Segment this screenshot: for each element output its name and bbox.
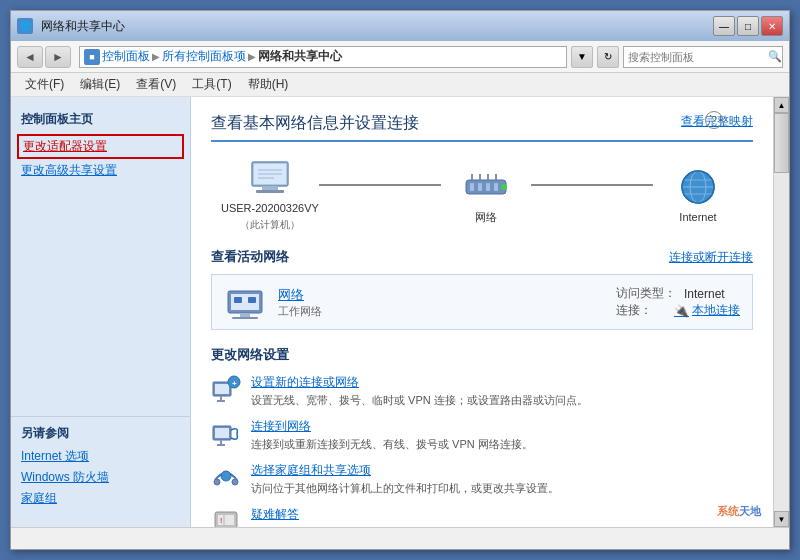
maximize-button[interactable]: □ <box>737 16 759 36</box>
nav-buttons: ◄ ► <box>17 46 71 68</box>
breadcrumb-icon: ■ <box>84 49 100 65</box>
node-computer-sublabel: （此计算机） <box>240 218 300 232</box>
globe-icon <box>674 167 722 207</box>
settings-item-title-4[interactable]: 疑难解答 <box>251 506 299 523</box>
svg-rect-33 <box>217 400 225 402</box>
help-icon[interactable]: ? <box>705 111 723 129</box>
network-icon <box>460 166 512 206</box>
content-title: 查看基本网络信息并设置连接 <box>211 113 753 142</box>
svg-text:!: ! <box>220 517 222 524</box>
net-node-network: 网络 <box>441 166 531 225</box>
settings-item-title-3[interactable]: 选择家庭组和共享选项 <box>251 462 559 479</box>
scroll-up-button[interactable]: ▲ <box>774 97 789 113</box>
svg-rect-31 <box>215 384 229 394</box>
svg-rect-10 <box>486 183 490 191</box>
breadcrumb-bar: ■ 控制面板 ▶ 所有控制面板项 ▶ 网络和共享中心 <box>79 46 567 68</box>
sidebar-also-firewall[interactable]: Windows 防火墙 <box>21 467 180 488</box>
node-internet-label: Internet <box>679 211 716 223</box>
search-box: 🔍 <box>623 46 783 68</box>
network-name-link[interactable]: 网络 <box>278 286 604 304</box>
svg-point-42 <box>232 479 238 485</box>
title-controls: — □ ✕ <box>713 16 783 36</box>
computer-icon <box>244 158 296 198</box>
breadcrumb-item-2[interactable]: 所有控制面板项 <box>162 48 246 65</box>
search-icon[interactable]: 🔍 <box>768 50 782 63</box>
breadcrumb-item-1[interactable]: 控制面板 <box>102 48 150 65</box>
settings-section-title: 更改网络设置 <box>211 346 753 364</box>
settings-item-3: 选择家庭组和共享选项 访问位于其他网络计算机上的文件和打印机，或更改共享设置。 <box>211 462 753 496</box>
connector-2 <box>531 184 653 186</box>
access-type-value: Internet <box>684 287 725 301</box>
menu-bar: 文件(F) 编辑(E) 查看(V) 工具(T) 帮助(H) <box>11 73 789 97</box>
sidebar-also-homegroup[interactable]: 家庭组 <box>21 488 180 509</box>
settings-item-title-2[interactable]: 连接到网络 <box>251 418 533 435</box>
status-bar <box>11 527 789 549</box>
breadcrumb-item-3: 网络和共享中心 <box>258 48 342 65</box>
svg-rect-11 <box>494 183 498 191</box>
network-diagram: USER-20200326VY （此计算机） <box>211 158 753 232</box>
scroll-thumb[interactable] <box>774 113 789 173</box>
svg-rect-2 <box>262 186 278 190</box>
breadcrumb-sep-1: ▶ <box>152 51 160 62</box>
sidebar-link-adapter[interactable]: 更改适配器设置 <box>17 134 184 159</box>
window-title: 网络和共享中心 <box>41 18 125 35</box>
svg-rect-39 <box>217 444 225 446</box>
sidebar-link-sharing[interactable]: 更改高级共享设置 <box>11 159 190 182</box>
svg-point-41 <box>214 479 220 485</box>
settings-icon-1: + <box>211 374 241 402</box>
settings-item-content-4: 疑难解答 <box>251 506 299 523</box>
net-node-computer: USER-20200326VY （此计算机） <box>221 158 319 232</box>
main-window: 🌐 网络和共享中心 — □ ✕ ◄ ► ■ 控制面板 ▶ 所有控制面板项 ▶ 网… <box>10 10 790 550</box>
svg-point-12 <box>501 184 507 190</box>
scroll-down-button[interactable]: ▼ <box>774 511 789 527</box>
menu-help[interactable]: 帮助(H) <box>240 74 297 95</box>
svg-rect-26 <box>248 297 256 303</box>
address-dropdown-button[interactable]: ▼ <box>571 46 593 68</box>
settings-item-content-1: 设置新的连接或网络 设置无线、宽带、拨号、临时或 VPN 连接；或设置路由器或访… <box>251 374 588 408</box>
settings-icon-3 <box>211 462 241 490</box>
sidebar-spacer <box>11 182 190 416</box>
breadcrumb-sep-2: ▶ <box>248 51 256 62</box>
active-network-box: 网络 工作网络 访问类型： Internet 连接： 🔌 本地连接 <box>211 274 753 330</box>
connector-1 <box>319 184 441 186</box>
search-input[interactable] <box>628 51 766 63</box>
menu-view[interactable]: 查看(V) <box>128 74 184 95</box>
access-type-label: 访问类型： <box>616 285 676 302</box>
back-button[interactable]: ◄ <box>17 46 43 68</box>
title-bar-left: 🌐 网络和共享中心 <box>17 18 125 35</box>
settings-item-title-1[interactable]: 设置新的连接或网络 <box>251 374 588 391</box>
sidebar-also-title: 另请参阅 <box>21 425 180 442</box>
disconnect-link[interactable]: 连接或断开连接 <box>669 249 753 266</box>
title-icon: 🌐 <box>17 18 33 34</box>
active-networks-title: 查看活动网络 <box>211 248 289 266</box>
minimize-button[interactable]: — <box>713 16 735 36</box>
forward-button[interactable]: ► <box>45 46 71 68</box>
title-bar: 🌐 网络和共享中心 — □ ✕ <box>11 11 789 41</box>
node-network-label: 网络 <box>475 210 497 225</box>
sidebar-section-title: 控制面板主页 <box>11 107 190 134</box>
sidebar-also-section: 另请参阅 Internet 选项 Windows 防火墙 家庭组 <box>11 416 190 517</box>
network-info: 网络 工作网络 <box>278 286 604 319</box>
settings-item-2: 连接到网络 连接到或重新连接到无线、有线、拨号或 VPN 网络连接。 <box>211 418 753 452</box>
connection-value-link[interactable]: 🔌 本地连接 <box>674 302 740 319</box>
settings-item-4: ! 疑难解答 <box>211 506 753 527</box>
menu-file[interactable]: 文件(F) <box>17 74 72 95</box>
svg-rect-3 <box>256 190 284 193</box>
svg-rect-29 <box>232 317 258 319</box>
settings-item-content-3: 选择家庭组和共享选项 访问位于其他网络计算机上的文件和打印机，或更改共享设置。 <box>251 462 559 496</box>
network-props: 访问类型： Internet 连接： 🔌 本地连接 <box>616 285 740 319</box>
connection-row: 连接： 🔌 本地连接 <box>616 302 740 319</box>
svg-text:+: + <box>232 379 237 388</box>
menu-edit[interactable]: 编辑(E) <box>72 74 128 95</box>
svg-rect-28 <box>240 313 250 317</box>
scroll-track <box>774 113 789 511</box>
menu-tools[interactable]: 工具(T) <box>184 74 239 95</box>
content-area: 查看基本网络信息并设置连接 查看完整映射 <box>191 97 773 527</box>
connection-label: 连接： <box>616 302 666 319</box>
sidebar: 控制面板主页 更改适配器设置 更改高级共享设置 另请参阅 Internet 选项… <box>11 97 191 527</box>
sidebar-also-internet[interactable]: Internet 选项 <box>21 446 180 467</box>
close-button[interactable]: ✕ <box>761 16 783 36</box>
main-content: 控制面板主页 更改适配器设置 更改高级共享设置 另请参阅 Internet 选项… <box>11 97 789 527</box>
settings-icon-4: ! <box>211 506 241 527</box>
refresh-button[interactable]: ↻ <box>597 46 619 68</box>
